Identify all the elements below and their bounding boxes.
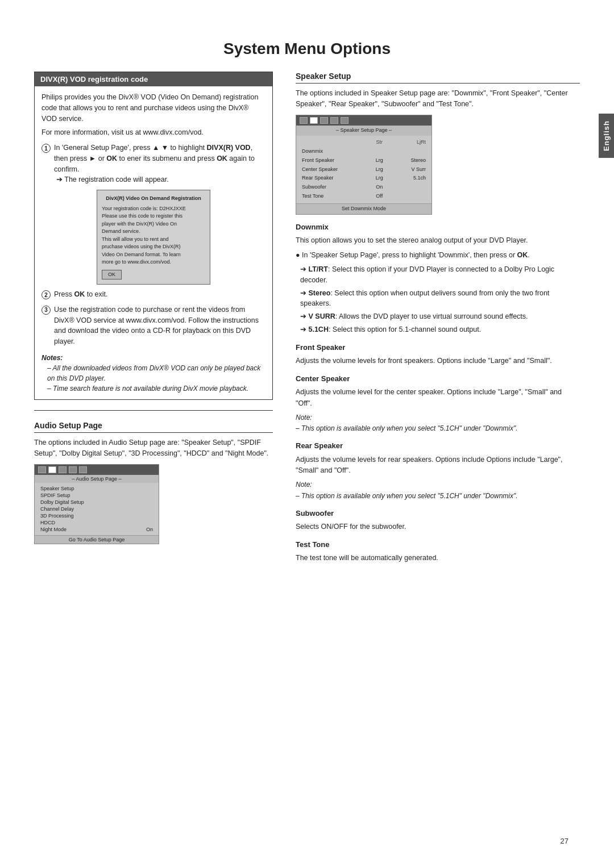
audio-intro: The options included in Audio Setup page… [34, 437, 273, 460]
screenshot-line2: Your registration code is: D2HXJXXE [102, 205, 205, 213]
audio-section: Audio Setup Page The options included in… [34, 421, 273, 544]
center-note-text: – This option is available only when you… [296, 423, 580, 433]
screenshot-title: DivX(R) Video On Demand Registration [102, 195, 205, 203]
rear-note-text: – This option is available only when you… [296, 491, 580, 501]
front-speaker-text: Adjusts the volume levels for front spea… [296, 356, 580, 366]
rear-note: Note: – This option is available only wh… [296, 479, 580, 500]
spk-icon-4 [330, 117, 338, 124]
center-speaker-text: Adjusts the volume level for the center … [296, 387, 580, 409]
screenshot-line6: This will allow you to rent and [102, 236, 205, 244]
divx-intro: Philips provides you the DivX® VOD (Vide… [42, 92, 265, 124]
right-column: Speaker Setup The options included in Sp… [296, 72, 580, 567]
screenshot-line5: Demand service. [102, 228, 205, 236]
divx-steps-2: 2 Press OK to exit. 3 Use the registrati… [42, 289, 265, 347]
divx-content: Philips provides you the DivX® VOD (Vide… [35, 86, 272, 399]
col-str: Str [364, 139, 395, 147]
main-content: DIVX(R) VOD registration code Philips pr… [34, 72, 580, 567]
divx-screenshot: DivX(R) Video On Demand Registration You… [97, 190, 210, 285]
menu-item-night: Night ModeOn [40, 526, 153, 533]
front-speaker-heading: Front Speaker [296, 342, 580, 353]
spk-row-tone: Test Tone Off [302, 192, 426, 201]
menu-item-spdif: SPDIF Setup [40, 492, 153, 499]
screenshot-ok: OK [102, 270, 122, 280]
center-note-label: Note: [296, 414, 312, 422]
speaker-heading: Speaker Setup [296, 72, 580, 84]
speaker-menu-items: Str LjRt Downmix Front Speaker Lrg Stere… [296, 136, 432, 204]
divx-steps: 1 In 'General Setup Page', press ▲ ▼ to … [42, 143, 265, 185]
audio-heading: Audio Setup Page [34, 421, 273, 433]
notes-block: Notes: – All the downloaded videos from … [42, 353, 265, 394]
screenshot-line4: player with the DivX(R) Video On [102, 220, 205, 228]
notes-title: Notes: [42, 353, 265, 363]
spk-row-sub: Subwoofer On [302, 183, 426, 192]
step-3-num: 3 [42, 306, 51, 315]
divider-1 [34, 410, 273, 411]
screenshot-line9: more go to www.divx.com/vod. [102, 258, 205, 266]
rear-speaker-text: Adjusts the volume levels for rear speak… [296, 454, 580, 477]
page-title: System Menu Options [34, 40, 580, 58]
speaker-menu-header [296, 115, 432, 126]
step-3-text: Use the registration code to purchase or… [54, 304, 265, 347]
col-label [302, 139, 364, 147]
speaker-menu-tab: – Speaker Setup Page – [296, 126, 432, 136]
step-1-num: 1 [42, 144, 51, 153]
divx-header: DIVX(R) VOD registration code [35, 72, 272, 86]
center-speaker-heading: Center Speaker [296, 373, 580, 385]
rear-speaker-heading: Rear Speaker [296, 440, 580, 452]
col-ljrt: LjRt [395, 139, 426, 147]
center-note: Note: – This option is available only wh… [296, 412, 580, 433]
note-1: – All the downloaded videos from DivX® V… [47, 363, 265, 383]
menu-item-3d: 3D Processing [40, 512, 153, 519]
step-3: 3 Use the registration code to purchase … [42, 304, 265, 347]
step-1-text: In 'General Setup Page', press ▲ ▼ to hi… [54, 143, 265, 185]
menu-item-speaker: Speaker Setup [40, 485, 153, 492]
page-number: 27 [561, 837, 569, 845]
menu-item-channel: Channel Delay [40, 506, 153, 512]
menu-icon-1 [38, 466, 46, 473]
option-ltrt: ➔ LT/RT: Select this option if your DVD … [300, 264, 580, 286]
step-2-text: Press OK to exit. [54, 289, 107, 300]
note-2: – Time search feature is not available d… [47, 383, 265, 394]
downmix-heading: Downmix [296, 222, 580, 233]
audio-menu-header [35, 465, 159, 475]
option-51ch: ➔ 5.1CH: Select this option for 5.1-chan… [300, 324, 580, 335]
audio-menu-tab: – Audio Setup Page – [35, 475, 159, 483]
menu-item-hdcd: HDCD [40, 519, 153, 526]
audio-menu-items: Speaker Setup SPDIF Setup Dolby Digital … [35, 483, 159, 535]
left-column: DIVX(R) VOD registration code Philips pr… [34, 72, 273, 567]
option-stereo: ➔ Stereo: Select this option when output… [300, 288, 580, 310]
screenshot-line3: Please use this code to register this [102, 212, 205, 220]
divx-section: DIVX(R) VOD registration code Philips pr… [34, 72, 273, 400]
test-tone-heading: Test Tone [296, 539, 580, 550]
english-tab: English [599, 114, 614, 158]
speaker-content: The options included in Speaker Setup pa… [296, 88, 580, 564]
menu-icon-3 [59, 466, 67, 473]
step-2: 2 Press OK to exit. [42, 289, 265, 300]
menu-icon-2-active [48, 466, 56, 473]
downmix-step: ● In 'Speaker Setup Page', press to high… [296, 250, 580, 261]
spk-icon-2 [310, 117, 318, 124]
test-tone-text: The test tone will be automatically gene… [296, 553, 580, 564]
spk-icon-5 [341, 117, 349, 124]
speaker-menu-screenshot: – Speaker Setup Page – Str LjRt Downmix [296, 115, 432, 215]
screenshot-line7: pruchase videos using the DivX(R) [102, 243, 205, 251]
rear-note-label: Note: [296, 481, 312, 489]
speaker-menu-footer: Set Downmix Mode [296, 203, 432, 214]
screenshot-line8: Video On Demand format. To learn [102, 251, 205, 259]
spk-row-downmix: Downmix [302, 147, 426, 156]
page-container: English System Menu Options DIVX(R) VOD … [0, 0, 614, 868]
spk-row-center: Center Speaker Lrg V Surr [302, 165, 426, 174]
spk-icon-3 [320, 117, 328, 124]
step-1: 1 In 'General Setup Page', press ▲ ▼ to … [42, 143, 265, 185]
subwoofer-heading: Subwoofer [296, 508, 580, 519]
speaker-intro: The options included in Speaker Setup pa… [296, 88, 580, 110]
menu-icon-4 [69, 466, 77, 473]
option-vsurr: ➔ V SURR: Allows the DVD player to use v… [300, 311, 580, 322]
subwoofer-text: Selects ON/OFF for the subwoofer. [296, 521, 580, 532]
audio-menu-screenshot: – Audio Setup Page – Speaker Setup SPDIF… [34, 464, 159, 544]
step-2-num: 2 [42, 290, 51, 299]
spk-icon-1 [300, 117, 308, 124]
menu-icon-5 [79, 466, 87, 473]
divx-visit: For more information, visit us at www.di… [42, 127, 265, 138]
menu-item-dolby: Dolby Digital Setup [40, 499, 153, 506]
